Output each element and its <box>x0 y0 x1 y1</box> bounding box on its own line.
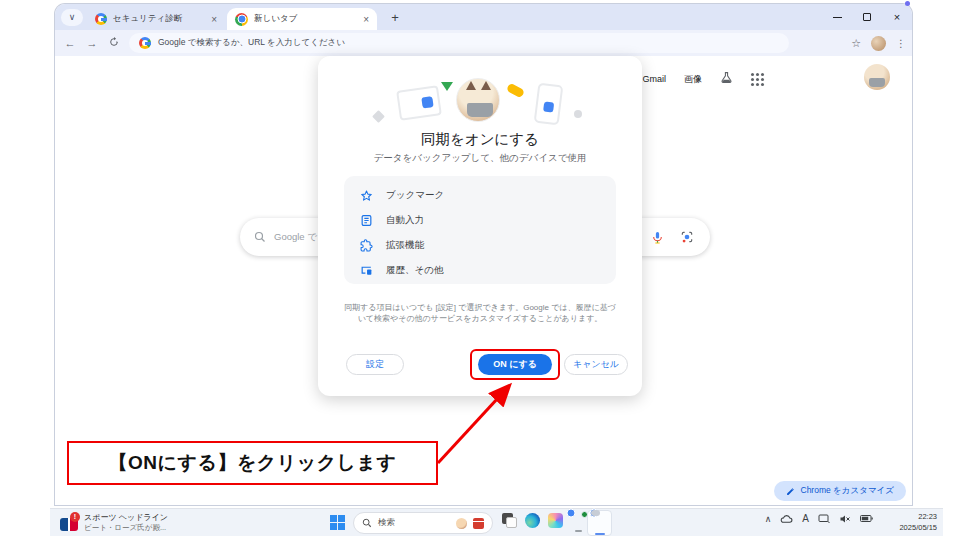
new-tab-button[interactable]: + <box>387 10 403 26</box>
list-item: 自動入力 <box>360 208 616 233</box>
update-badge <box>581 511 588 518</box>
windows-start-button[interactable] <box>330 515 345 530</box>
reload-icon[interactable] <box>103 37 125 49</box>
restore-button[interactable] <box>852 4 882 30</box>
system-tray: ∧ A <box>765 513 873 524</box>
tab-search-button[interactable]: ∨ <box>61 9 83 26</box>
customize-chrome-button[interactable]: Chrome をカスタマイズ <box>774 481 907 501</box>
search-labs-icon[interactable] <box>720 70 733 88</box>
chrome-favicon <box>235 13 248 26</box>
search-highlight-gate-icon <box>473 518 484 529</box>
list-item: ブックマーク <box>360 183 616 208</box>
tab-close-icon[interactable]: × <box>211 14 217 25</box>
address-bar[interactable]: Google で検索するか、URL を入力してください <box>129 33 789 53</box>
tutorial-slide: ∨ セキュリティ診断 × 新しいタブ × + × ← → <box>0 0 960 540</box>
customize-chrome-label: Chrome をカスタマイズ <box>801 485 895 497</box>
widget-subheadline: ビート・ローズ氏が殿... <box>84 523 168 533</box>
decor-triangle <box>441 82 453 91</box>
taskbar-search-label: 検索 <box>378 517 450 529</box>
minimize-button[interactable] <box>822 4 852 30</box>
highlight-red-box <box>470 349 560 380</box>
pen-display-icon[interactable] <box>818 514 830 524</box>
images-link[interactable]: 画像 <box>684 73 702 86</box>
list-item: 拡張機能 <box>360 233 616 258</box>
list-item: 履歴、その他 <box>360 258 616 283</box>
search-highlight-emoji-icon <box>456 518 467 529</box>
forward-icon[interactable]: → <box>81 37 103 49</box>
menu-dots-icon[interactable]: ⋮ <box>896 38 906 49</box>
decor-laptop <box>396 85 442 121</box>
new-tab-page: Gmail 画像 Google で <box>55 56 912 505</box>
gmail-link[interactable]: Gmail <box>642 74 666 84</box>
history-devices-icon <box>360 264 373 277</box>
browser-window: ∨ セキュリティ診断 × 新しいタブ × + × ← → <box>55 4 912 505</box>
dialog-footnote: 同期する項目はいつでも [設定] で選択できます。Google では、履歴に基づ… <box>344 302 616 324</box>
widget-headline: スポーツ ヘッドライン <box>84 512 168 523</box>
instruction-callout: 【ONにする】をクリックします <box>67 441 438 485</box>
tab-security-checkup[interactable]: セキュリティ診断 × <box>87 8 225 30</box>
task-view-icon[interactable] <box>502 513 517 528</box>
chrome-active-window-icon[interactable] <box>594 513 609 528</box>
tab-close-icon[interactable]: × <box>363 14 369 25</box>
profile-avatar-large <box>456 78 500 122</box>
chrome-taskbar-icon[interactable] <box>571 513 586 528</box>
instruction-text: 【ONにする】をクリックします <box>109 450 397 476</box>
tab-title: 新しいタブ <box>254 13 357 25</box>
search-icon <box>254 231 266 243</box>
dialog-subtitle: データをバックアップして、他のデバイスで使用 <box>318 152 642 165</box>
google-icon <box>139 37 151 49</box>
autofill-form-icon <box>360 214 373 227</box>
tab-strip: ∨ セキュリティ診断 × 新しいタブ × + × <box>55 4 912 30</box>
sync-illustration <box>318 62 642 128</box>
browser-toolbar: ← → Google で検索するか、URL を入力してください ☆ ⋮ <box>55 30 912 56</box>
tab-title: セキュリティ診断 <box>113 13 205 25</box>
search-icon <box>362 518 372 528</box>
bookmark-star-icon <box>360 189 373 202</box>
voice-search-mic-icon[interactable] <box>651 231 664 244</box>
close-button[interactable]: × <box>882 4 912 30</box>
bookmark-star-icon[interactable]: ☆ <box>851 37 861 50</box>
sync-items-list: ブックマーク 自動入力 拡張機能 履歴、その他 <box>344 176 616 284</box>
time-text: 22:23 <box>899 511 937 522</box>
notification-dot <box>905 1 910 6</box>
google-apps-grid-icon[interactable] <box>751 73 764 86</box>
settings-button[interactable]: 設定 <box>346 354 404 375</box>
edge-browser-icon[interactable] <box>525 513 540 528</box>
cancel-button[interactable]: キャンセル <box>564 354 628 375</box>
date-text: 2025/05/15 <box>899 522 937 533</box>
sync-dialog: 同期をオンにする データをバックアップして、他のデバイスで使用 ブックマーク 自… <box>318 56 642 396</box>
onedrive-cloud-icon[interactable] <box>780 514 793 524</box>
ime-mode-indicator[interactable]: A <box>802 513 809 524</box>
windows-taskbar: ! スポーツ ヘッドライン ビート・ローズ氏が殿... 検索 <box>50 508 943 536</box>
decor-circle <box>574 110 582 118</box>
notification-badge: ! <box>70 512 80 522</box>
address-bar-text: Google で検索するか、URL を入力してください <box>158 37 345 49</box>
profile-avatar[interactable] <box>871 36 886 51</box>
puzzle-extension-icon <box>360 239 373 252</box>
volume-muted-icon[interactable] <box>839 514 851 524</box>
decor-diamond <box>372 110 385 123</box>
account-avatar[interactable] <box>864 64 890 90</box>
tray-chevron-icon[interactable]: ∧ <box>765 514 772 524</box>
battery-icon[interactable] <box>860 514 873 523</box>
tab-new-tab[interactable]: 新しいタブ × <box>227 8 377 30</box>
window-controls: × <box>822 4 912 30</box>
dialog-title: 同期をオンにする <box>318 130 642 149</box>
news-widget[interactable]: ! スポーツ ヘッドライン ビート・ローズ氏が殿... <box>60 512 168 533</box>
google-lens-icon[interactable] <box>680 230 694 244</box>
copilot-icon[interactable] <box>548 513 563 528</box>
search-hint-text: Google で <box>274 231 317 244</box>
taskbar-clock[interactable]: 22:23 2025/05/15 <box>899 511 937 533</box>
back-icon[interactable]: ← <box>59 37 81 49</box>
pencil-icon <box>786 487 795 496</box>
decor-yellow-pill <box>506 83 525 99</box>
taskbar-search-box[interactable]: 検索 <box>353 512 493 534</box>
decor-phone <box>534 83 564 126</box>
google-favicon <box>95 13 107 25</box>
cloud-overlay-icon <box>591 510 600 516</box>
